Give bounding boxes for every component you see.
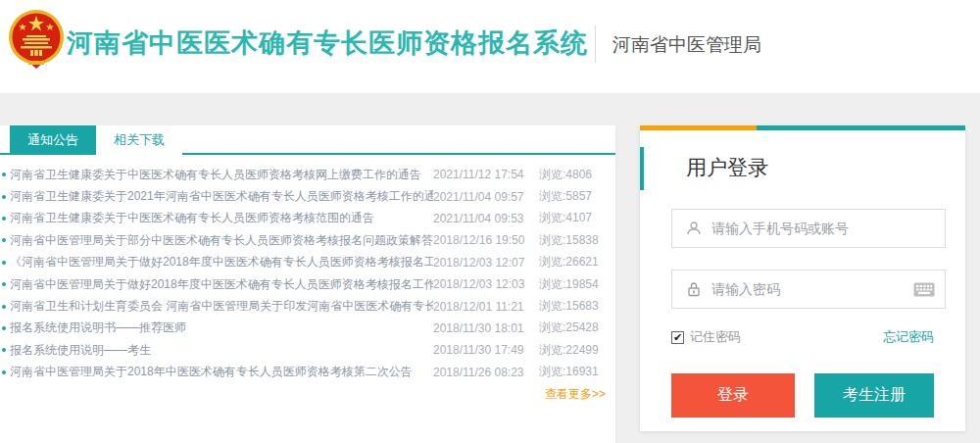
header: 河南省中医医术确有专长医师资格报名系统 河南省中医管理局: [0, 0, 980, 93]
notice-date: 2018/11/30 17:49: [433, 343, 539, 357]
notice-date: 2018/12/03 12:03: [433, 277, 539, 291]
notice-title-link[interactable]: 报名系统使用说明——考生: [10, 342, 433, 359]
top-bar-orange-segment: [640, 125, 757, 130]
login-accent-bar: [640, 147, 644, 190]
notice-panel: 通知公告 相关下载 河南省卫生健康委关于中医医术确有专长人员医师资格考核网上缴费…: [0, 125, 615, 443]
list-item: 河南省卫生健康委关于2021年河南省中医医术确有专长人员医师资格考核工作的通告2…: [0, 185, 615, 207]
list-item: 报名系统使用说明——考生2018/11/30 17:49浏览:22499: [0, 339, 615, 361]
notice-views: 浏览:4107: [539, 210, 615, 226]
password-input[interactable]: [711, 281, 913, 297]
notice-date: 2021/11/12 17:54: [433, 168, 539, 181]
notice-views: 浏览:26621: [539, 254, 615, 271]
top-bar-teal-segment: [757, 125, 965, 130]
notice-title-link[interactable]: 河南省中医管理局关于部分中医医术确有专长人员医师资格考核报名问题政策解答（(..…: [10, 232, 433, 249]
notice-views: 浏览:16931: [539, 364, 615, 380]
list-item: 河南省中医管理局关于做好2018年度中医医术确有专长人员医师资格考核报名工作的.…: [0, 273, 615, 295]
bullet-icon: [2, 217, 6, 221]
notice-date: 2021/11/04 09:57: [433, 190, 539, 204]
notice-title-link[interactable]: 报名系统使用说明书——推荐医师: [10, 320, 433, 336]
list-item: 《河南省中医管理局关于做好2018年度中医医术确有专长人员医师资格考核报名工作.…: [0, 252, 615, 273]
notice-views: 浏览:15683: [539, 298, 615, 315]
forgot-password-link[interactable]: 忘记密码: [883, 328, 934, 346]
bullet-icon: [2, 172, 6, 176]
bullet-icon: [2, 370, 6, 374]
list-item: 河南省卫生健康委关于中医医术确有专长人员医师资格考核网上缴费工作的通告2021/…: [0, 164, 615, 185]
notice-views: 浏览:22499: [539, 342, 615, 359]
remember-checkbox[interactable]: ✔: [671, 331, 684, 344]
tab-downloads[interactable]: 相关下载: [96, 125, 182, 155]
notice-date: 2018/11/30 18:01: [433, 321, 539, 335]
login-panel: 用户登录: [640, 125, 965, 431]
header-divider: [595, 25, 596, 63]
lock-icon: [686, 281, 702, 297]
bullet-icon: [2, 282, 6, 286]
national-emblem-logo: [8, 8, 65, 76]
notice-date: 2018/12/03 12:07: [433, 256, 539, 270]
notice-title-link[interactable]: 河南省卫生健康委关于中医医术确有专长人员医师资格考核网上缴费工作的通告: [10, 167, 433, 183]
list-item: 河南省中医管理局关于部分中医医术确有专长人员医师资格考核报名问题政策解答（(..…: [0, 229, 615, 251]
login-button[interactable]: 登录: [671, 373, 795, 418]
notice-title-link[interactable]: 河南省卫生健康委关于2021年河南省中医医术确有专长人员医师资格考核工作的通告: [10, 188, 433, 205]
notice-title-link[interactable]: 《河南省中医管理局关于做好2018年度中医医术确有专长人员医师资格考核报名工作.…: [10, 254, 433, 271]
notice-title-link[interactable]: 河南省卫生和计划生育委员会 河南省中医管理局关于印发河南省中医医术确有专长人..…: [10, 298, 433, 315]
remember-row: ✔ 记住密码 忘记密码: [671, 328, 934, 346]
user-icon: [686, 221, 702, 236]
notice-list: 河南省卫生健康委关于中医医术确有专长人员医师资格考核网上缴费工作的通告2021/…: [0, 155, 615, 383]
national-emblem-icon: [8, 8, 65, 76]
notice-date: 2018/12/01 11:21: [433, 300, 539, 314]
notice-date: 2021/11/04 09:53: [433, 212, 539, 225]
login-header: 用户登录: [640, 147, 965, 190]
list-item: 河南省卫生健康委关于中医医术确有专长人员医师资格考核范围的通告2021/11/0…: [0, 208, 615, 229]
register-button[interactable]: 考生注册: [814, 373, 934, 418]
soft-keyboard-icon[interactable]: [913, 282, 935, 297]
login-title: 用户登录: [686, 154, 768, 181]
tab-notices[interactable]: 通知公告: [10, 125, 96, 155]
notice-views: 浏览:15838: [539, 232, 615, 249]
notice-views: 浏览:5857: [539, 188, 615, 205]
bullet-icon: [2, 195, 6, 199]
page-title: 河南省中医医术确有专长医师资格报名系统: [67, 25, 588, 61]
password-field-wrap: [671, 270, 946, 309]
bullet-icon: [2, 348, 6, 352]
notice-views: 浏览:4806: [539, 167, 615, 183]
list-item: 河南省中医管理局关于2018年中医医术确有专长人员医师资格考核第二次公告2018…: [0, 362, 615, 383]
account-field-wrap: [671, 209, 946, 248]
bullet-icon: [2, 326, 6, 330]
button-row: 登录 考生注册: [671, 373, 934, 418]
tab-bar: 通知公告 相关下载: [0, 125, 615, 155]
login-top-bar: [640, 125, 965, 130]
list-item: 河南省卫生和计划生育委员会 河南省中医管理局关于印发河南省中医医术确有专长人..…: [0, 295, 615, 317]
view-more-link[interactable]: 查看更多>>: [0, 383, 615, 403]
org-name: 河南省中医管理局: [612, 32, 761, 58]
notice-views: 浏览:19854: [539, 276, 615, 293]
page: 河南省中医医术确有专长医师资格报名系统 河南省中医管理局 通知公告 相关下载 河…: [0, 0, 980, 443]
notice-title-link[interactable]: 河南省中医管理局关于做好2018年度中医医术确有专长人员医师资格考核报名工作的.…: [10, 276, 433, 293]
bullet-icon: [2, 238, 6, 242]
bullet-icon: [2, 261, 6, 265]
account-input[interactable]: [711, 221, 945, 236]
notice-date: 2018/11/26 08:23: [433, 366, 539, 379]
bullet-icon: [2, 305, 6, 309]
notice-date: 2018/12/16 19:50: [433, 233, 539, 247]
list-item: 报名系统使用说明书——推荐医师2018/11/30 18:01浏览:25428: [0, 318, 615, 339]
notice-views: 浏览:25428: [539, 320, 615, 336]
remember-label: 记住密码: [690, 328, 741, 346]
notice-title-link[interactable]: 河南省卫生健康委关于中医医术确有专长人员医师资格考核范围的通告: [10, 210, 433, 226]
notice-title-link[interactable]: 河南省中医管理局关于2018年中医医术确有专长人员医师资格考核第二次公告: [10, 364, 433, 380]
